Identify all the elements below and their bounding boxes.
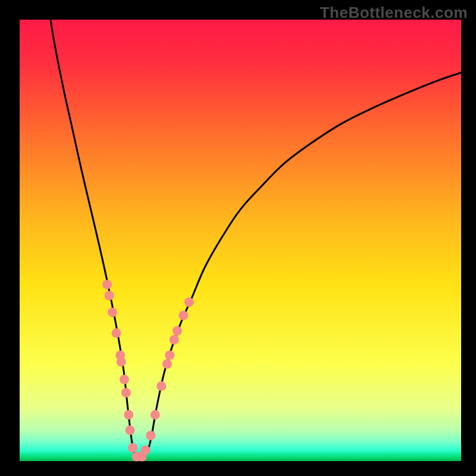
marker-dot <box>112 328 121 338</box>
marker-dot <box>170 335 179 345</box>
marker-dot <box>124 410 133 419</box>
marker-dot <box>102 280 112 289</box>
marker-dot <box>128 443 137 453</box>
marker-dot <box>162 359 172 369</box>
plot-background <box>20 20 461 461</box>
chart-container: TheBottleneck.com <box>0 0 476 476</box>
marker-dot <box>156 381 166 391</box>
marker-dot <box>126 425 135 435</box>
marker-dot <box>165 350 174 360</box>
marker-dot <box>146 431 155 440</box>
marker-dot <box>140 445 150 455</box>
marker-dot <box>120 375 129 384</box>
marker-dot <box>105 291 114 300</box>
marker-dot <box>108 308 117 317</box>
marker-dot <box>151 410 160 419</box>
watermark-text: TheBottleneck.com <box>320 4 468 22</box>
marker-dot <box>117 357 126 367</box>
chart-svg <box>0 0 476 476</box>
marker-dot <box>178 311 188 320</box>
marker-dot <box>121 388 131 397</box>
marker-dot <box>173 326 182 336</box>
marker-dot <box>184 298 194 307</box>
